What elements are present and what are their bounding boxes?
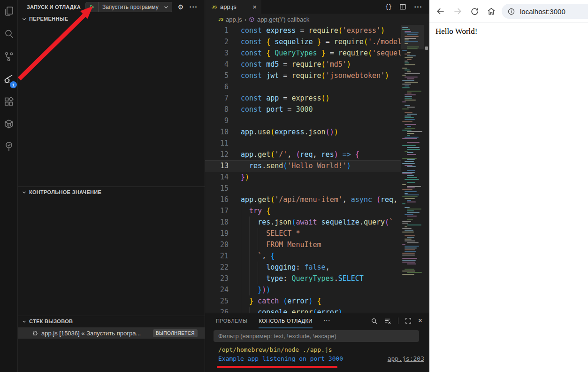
start-debugging-button[interactable] <box>86 2 99 12</box>
activity-item-source-control[interactable] <box>0 45 18 68</box>
line-number[interactable]: 9 <box>205 115 229 126</box>
clear-console-icon[interactable] <box>384 318 391 325</box>
line-number[interactable]: 14 <box>205 171 229 183</box>
code-line[interactable]: 10app.use(express.json()) <box>205 126 429 138</box>
minimap[interactable] <box>401 25 424 282</box>
code-line[interactable]: 20 FROM MenuItem <box>205 239 429 250</box>
line-number[interactable]: 24 <box>205 284 229 295</box>
code-line[interactable]: 1const express = require('express') <box>205 25 429 36</box>
activity-item-extensions[interactable] <box>0 90 18 113</box>
reload-button[interactable] <box>468 5 481 18</box>
code-line[interactable]: 26 console.error(error) <box>205 307 429 313</box>
forward-button[interactable] <box>451 5 464 18</box>
code-line[interactable]: 6 <box>205 81 429 93</box>
line-number[interactable]: 1 <box>205 25 229 36</box>
activity-item-containers[interactable] <box>0 113 18 135</box>
close-tab-icon[interactable]: × <box>252 3 257 10</box>
screenshot-root: 1 ЗАП <box>0 0 588 372</box>
activity-item-search[interactable] <box>0 23 18 45</box>
run-config-dropdown[interactable]: Запустить программу <box>85 2 172 12</box>
line-number[interactable]: 18 <box>205 217 229 228</box>
variables-section-header[interactable]: ПЕРЕМЕННЫЕ <box>18 14 205 24</box>
minimap-line <box>405 77 418 78</box>
line-number[interactable]: 21 <box>205 250 229 262</box>
debug-session-row[interactable]: app.js [15036] « Запустить програ... ВЫП… <box>18 327 205 339</box>
breadcrumb-symbol[interactable]: app.get('/') callback <box>257 16 309 23</box>
activity-item-testing[interactable] <box>0 135 18 158</box>
call-stack-section-header[interactable]: СТЕК ВЫЗОВОВ <box>18 316 205 326</box>
activity-item-run-and-debug[interactable]: 1 <box>0 68 18 90</box>
code-line[interactable]: 17 try { <box>205 205 429 217</box>
line-number[interactable]: 12 <box>205 149 229 160</box>
minimap-line <box>405 251 416 252</box>
close-panel-icon[interactable]: × <box>418 317 422 325</box>
breadcrumb-file[interactable]: app.js <box>226 16 242 23</box>
launch-settings-gear-icon[interactable]: ⚙ <box>178 4 184 10</box>
brackets-icon[interactable]: {} <box>385 4 392 10</box>
code-line[interactable]: 3const { QueryTypes } = require('sequeli… <box>205 47 429 59</box>
minimap-line <box>405 198 415 199</box>
code-line[interactable]: 23 type: QueryTypes.SELECT <box>205 273 429 284</box>
code-line[interactable]: 7const app = express() <box>205 93 429 104</box>
line-number[interactable]: 4 <box>205 59 229 70</box>
line-number[interactable]: 25 <box>205 295 229 307</box>
line-number[interactable]: 7 <box>205 93 229 104</box>
line-number[interactable]: 26 <box>205 307 229 313</box>
back-button[interactable] <box>434 5 447 18</box>
line-number[interactable]: 8 <box>205 104 229 115</box>
code-line[interactable]: 22 logging: false, <box>205 262 429 273</box>
search-icon[interactable] <box>371 318 378 325</box>
code-line[interactable]: 4const md5 = require('md5') <box>205 59 429 70</box>
minimap-line <box>407 59 412 60</box>
code-line[interactable]: 25 } catch (error) { <box>205 295 429 307</box>
maximize-panel-icon[interactable] <box>405 318 412 324</box>
home-button[interactable] <box>485 5 498 18</box>
console-filter-input[interactable] <box>214 330 419 342</box>
code-line[interactable]: 16app.get('/api/menu-item', async (req, … <box>205 194 429 205</box>
line-number[interactable]: 16 <box>205 194 229 205</box>
line-number[interactable]: 11 <box>205 138 229 149</box>
line-number[interactable]: 6 <box>205 81 229 93</box>
code-line[interactable]: 2const { sequelize } = require('./models… <box>205 36 429 47</box>
code-line[interactable]: 5const jwt = require('jsonwebtoken') <box>205 70 429 81</box>
code-editor[interactable]: 1const express = require('express')2cons… <box>205 25 429 313</box>
address-bar[interactable]: localhost:3000 <box>502 4 588 19</box>
code-line[interactable]: 18 res.json(await sequelize.query(` <box>205 217 429 228</box>
minimap-line <box>402 29 410 30</box>
code-line[interactable]: 24 })) <box>205 284 429 295</box>
activity-item-explorer[interactable] <box>0 0 18 23</box>
code-line[interactable]: 13 res.send('Hello World!') <box>205 160 429 171</box>
line-number[interactable]: 22 <box>205 262 229 273</box>
line-number[interactable]: 10 <box>205 126 229 138</box>
tab-problems[interactable]: ПРОБЛЕМЫ <box>216 313 247 328</box>
minimap-slider[interactable] <box>401 25 424 49</box>
source-location-link[interactable]: app.js:203 <box>388 354 424 363</box>
minimap-line <box>407 52 411 53</box>
debug-views-more-icon[interactable]: ··· <box>189 4 198 10</box>
line-number[interactable]: 15 <box>205 183 229 194</box>
watch-section-header[interactable]: КОНТРОЛЬНОЕ ЗНАЧЕНИЕ <box>18 187 205 197</box>
code-line[interactable]: 21 `, { <box>205 250 429 262</box>
line-number[interactable]: 17 <box>205 205 229 217</box>
code-line[interactable]: 11 <box>205 138 429 149</box>
line-number[interactable]: 23 <box>205 273 229 284</box>
code-line[interactable]: 19 SELECT * <box>205 228 429 239</box>
code-line[interactable]: 9 <box>205 115 429 126</box>
line-number[interactable]: 20 <box>205 239 229 250</box>
code-line[interactable]: 8const port = 3000 <box>205 104 429 115</box>
code-line[interactable]: 15 <box>205 183 429 194</box>
line-number[interactable]: 3 <box>205 47 229 59</box>
code-line[interactable]: 14}) <box>205 171 429 183</box>
line-number[interactable]: 2 <box>205 36 229 47</box>
code-line[interactable]: 12app.get('/', (req, res) => { <box>205 149 429 160</box>
line-number[interactable]: 5 <box>205 70 229 81</box>
info-icon[interactable] <box>507 8 515 16</box>
line-number[interactable]: 19 <box>205 228 229 239</box>
panel-more-tabs-icon[interactable]: ··· <box>324 318 331 324</box>
more-actions-icon[interactable]: ··· <box>414 4 422 10</box>
line-number[interactable]: 13 <box>205 160 229 171</box>
tab-debug-console[interactable]: КОНСОЛЬ ОТЛАДКИ <box>259 313 312 328</box>
minimap-line <box>402 138 417 139</box>
tab-appjs[interactable]: JS app.js × <box>205 0 261 14</box>
split-editor-icon[interactable] <box>399 3 406 10</box>
